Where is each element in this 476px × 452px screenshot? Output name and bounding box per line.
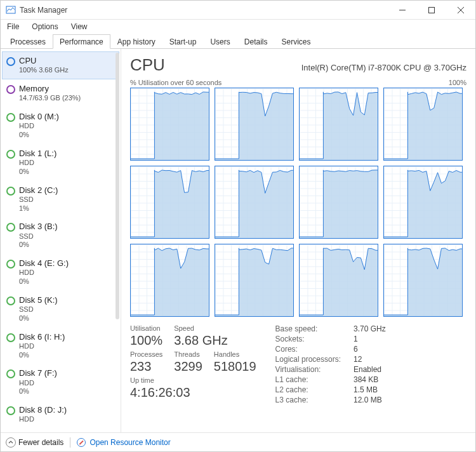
sidebar-item-sub1: SSD bbox=[19, 232, 58, 241]
cpu-graph-lp5 bbox=[130, 166, 209, 239]
info-value: 6 bbox=[354, 345, 386, 354]
sidebar-item-sub1: 14.7/63.9 GB (23%) bbox=[19, 94, 81, 103]
tab-app-history[interactable]: App history bbox=[110, 34, 162, 49]
sidebar-item-title: Disk 2 (C:) bbox=[19, 185, 58, 196]
disk-icon bbox=[6, 113, 15, 122]
disk-icon bbox=[6, 296, 15, 305]
sidebar-item-disk-2-c-[interactable]: Disk 2 (C:)SSD1% bbox=[2, 181, 119, 218]
sidebar-item-title: Disk 1 (L:) bbox=[19, 149, 56, 159]
speed-value: 3.68 GHz bbox=[174, 333, 227, 348]
sidebar-item-disk-5-k-[interactable]: Disk 5 (K:)SSD0% bbox=[2, 291, 119, 328]
threads-label: Threads bbox=[174, 350, 202, 358]
processes-value: 233 bbox=[130, 359, 162, 374]
info-key: Sockets: bbox=[275, 335, 341, 343]
sidebar-item-sub1: HDD bbox=[19, 415, 67, 424]
sidebar-item-disk-8-d-j-[interactable]: Disk 8 (D: J:)HDD bbox=[2, 401, 119, 429]
info-key: Base speed: bbox=[275, 324, 341, 333]
sidebar-item-sub1: HDD bbox=[19, 342, 65, 351]
cpu-graph-lp2 bbox=[215, 88, 294, 161]
svg-marker-15 bbox=[300, 248, 378, 316]
svg-marker-6 bbox=[215, 92, 293, 160]
sidebar-item-sub2: 1% bbox=[19, 204, 58, 213]
close-button[interactable] bbox=[446, 1, 475, 20]
sidebar-item-disk-3-b-[interactable]: Disk 3 (B:)SSD0% bbox=[2, 217, 119, 254]
main-area: CPU100% 3.68 GHzMemory14.7/63.9 GB (23%)… bbox=[1, 49, 475, 432]
sidebar-item-title: Disk 5 (K:) bbox=[19, 295, 58, 305]
tab-users[interactable]: Users bbox=[203, 34, 237, 49]
sidebar-item-disk-4-e-g-[interactable]: Disk 4 (E: G:)HDD0% bbox=[2, 254, 119, 291]
info-key: L3 cache: bbox=[275, 396, 341, 404]
maximize-button[interactable] bbox=[417, 1, 446, 20]
threads-value: 3299 bbox=[174, 359, 202, 374]
sidebar-item-sub1: HDD bbox=[19, 159, 56, 168]
handles-label: Handles bbox=[214, 350, 256, 358]
cpu-name: Intel(R) Core(TM) i7-8700K CPU @ 3.70GHz bbox=[301, 63, 466, 72]
tab-services[interactable]: Services bbox=[274, 34, 317, 49]
page-title: CPU bbox=[130, 55, 165, 75]
statusbar: Fewer details Open Resource Monitor bbox=[1, 432, 475, 451]
cpu-graph-lp8 bbox=[383, 166, 463, 239]
utilisation-value: 100% bbox=[130, 333, 162, 348]
disk-icon bbox=[6, 333, 15, 342]
sidebar-item-memory[interactable]: Memory14.7/63.9 GB (23%) bbox=[2, 79, 119, 107]
utilisation-label: Utilisation bbox=[130, 324, 162, 332]
tab-performance[interactable]: Performance bbox=[53, 34, 110, 49]
svg-marker-5 bbox=[131, 92, 209, 160]
sidebar-item-sub2: 0% bbox=[19, 168, 56, 176]
sidebar-item-sub2: 0% bbox=[19, 131, 59, 140]
uptime-label: Up time bbox=[130, 376, 190, 384]
sidebar-item-title: Disk 7 (F:) bbox=[19, 368, 57, 378]
uptime-value: 4:16:26:03 bbox=[130, 385, 190, 400]
svg-marker-9 bbox=[131, 170, 209, 238]
sidebar-item-title: Memory bbox=[19, 84, 81, 94]
disk-icon bbox=[6, 187, 15, 196]
cpu-graph-grid bbox=[130, 88, 466, 317]
sidebar-item-sub2: 0% bbox=[19, 241, 58, 249]
sidebar-item-sub1: HDD bbox=[19, 379, 57, 388]
window-title: Task Manager bbox=[20, 6, 67, 15]
scrollbar-thumb[interactable] bbox=[116, 53, 119, 319]
menu-file[interactable]: File bbox=[3, 21, 23, 32]
sidebar-item-disk-6-i-h-[interactable]: Disk 6 (I: H:)HDD0% bbox=[2, 328, 119, 364]
cpu-graph-lp12 bbox=[383, 244, 463, 317]
cpu-info-grid: Base speed:3.70 GHzSockets:1Cores:6Logic… bbox=[275, 324, 386, 404]
disk-icon bbox=[6, 150, 15, 159]
disk-icon bbox=[6, 369, 15, 378]
tab-processes[interactable]: Processes bbox=[3, 34, 53, 49]
tab-details[interactable]: Details bbox=[237, 34, 275, 49]
info-key: L2 cache: bbox=[275, 385, 341, 394]
divider bbox=[70, 437, 70, 448]
info-key: Logical processors: bbox=[275, 355, 341, 364]
memory-icon bbox=[6, 85, 15, 94]
tab-start-up[interactable]: Start-up bbox=[162, 34, 204, 49]
svg-rect-2 bbox=[429, 8, 435, 13]
sidebar-item-disk-0-m-[interactable]: Disk 0 (M:)HDD0% bbox=[2, 107, 119, 144]
info-value: 1.5 MB bbox=[354, 385, 386, 394]
tabstrip: ProcessesPerformanceApp historyStart-upU… bbox=[1, 34, 475, 49]
sidebar-item-disk-1-l-[interactable]: Disk 1 (L:)HDD0% bbox=[2, 144, 119, 181]
fewer-details-button[interactable]: Fewer details bbox=[18, 438, 63, 447]
disk-icon bbox=[6, 223, 15, 232]
sidebar-item-sub1: 100% 3.68 GHz bbox=[19, 66, 69, 75]
sidebar-item-cpu[interactable]: CPU100% 3.68 GHz bbox=[2, 51, 119, 79]
sidebar-item-title: Disk 0 (M:) bbox=[19, 112, 59, 122]
menu-options[interactable]: Options bbox=[28, 21, 62, 32]
sidebar-item-title: Disk 8 (D: J:) bbox=[19, 405, 67, 415]
sidebar-item-sub2: 0% bbox=[19, 314, 58, 323]
app-icon bbox=[6, 5, 16, 15]
handles-value: 518019 bbox=[214, 359, 256, 374]
sidebar-item-disk-7-f-[interactable]: Disk 7 (F:)HDD0% bbox=[2, 364, 119, 401]
menu-view[interactable]: View bbox=[67, 21, 91, 32]
sidebar-item-title: CPU bbox=[19, 56, 69, 66]
chevron-up-icon[interactable] bbox=[6, 437, 16, 448]
sidebar-item-sub2: 0% bbox=[19, 351, 65, 360]
info-value: 384 KB bbox=[354, 375, 386, 384]
sidebar[interactable]: CPU100% 3.68 GHzMemory14.7/63.9 GB (23%)… bbox=[1, 49, 121, 432]
sidebar-item-sub1: HDD bbox=[19, 269, 69, 277]
info-value: 3.70 GHz bbox=[354, 324, 386, 333]
open-resource-monitor-link[interactable]: Open Resource Monitor bbox=[89, 438, 170, 447]
disk-icon bbox=[6, 260, 15, 269]
minimize-button[interactable] bbox=[388, 1, 417, 20]
sidebar-item-title: Disk 4 (E: G:) bbox=[19, 258, 69, 269]
info-key: Cores: bbox=[275, 345, 341, 354]
